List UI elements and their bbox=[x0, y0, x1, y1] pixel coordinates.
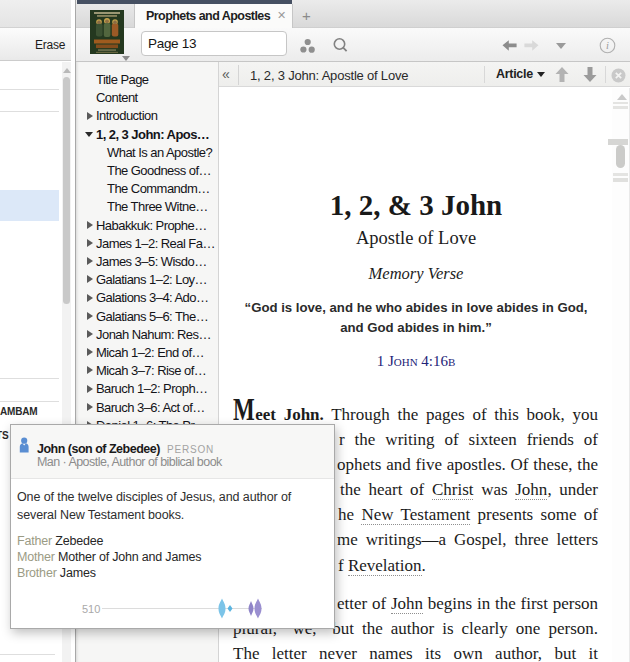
svg-text:i: i bbox=[606, 40, 609, 51]
